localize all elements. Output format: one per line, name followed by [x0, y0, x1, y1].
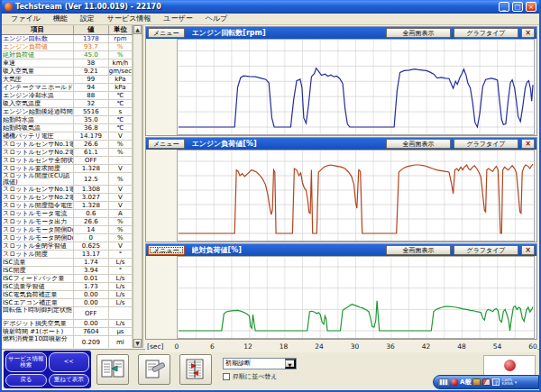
ime-tool-icon[interactable]	[451, 378, 458, 386]
table-row[interactable]: エンジン負荷値93.7%	[2, 43, 133, 51]
table-row[interactable]: 始動時水温35.0℃	[2, 116, 133, 124]
table-row[interactable]: スロットルモータ開側Duty比14%	[2, 226, 133, 234]
menu-service-info[interactable]: サービス情報	[101, 14, 158, 24]
graph-type-button[interactable]: グラフタイプ	[454, 28, 518, 38]
cell-unit: ℃	[109, 92, 133, 99]
service-info-search-button[interactable]: サービス情報検索	[5, 352, 47, 372]
table-row[interactable]: 始動時吸気温36.8℃	[2, 124, 133, 132]
record-edit-icon[interactable]	[138, 354, 170, 385]
ime-mode-label[interactable]: A般	[460, 378, 471, 387]
x-tick-label: 60	[528, 342, 537, 351]
scroll-down-icon[interactable]: ▼	[133, 339, 142, 348]
keyboard-icon[interactable]	[438, 378, 449, 386]
cell-value: 1.74	[74, 259, 109, 266]
sort-ascending-label: 昇順に並べ替え	[233, 372, 278, 381]
graph-type-button[interactable]: グラフタイプ	[454, 139, 518, 149]
cell-label: 補機バッテリ電圧	[2, 132, 74, 140]
x-tick-label: 12	[243, 342, 252, 351]
table-row[interactable]: スロットルセンサNo.2電圧3.027V	[2, 194, 133, 202]
chart-close-icon[interactable]: ×	[521, 28, 535, 38]
fullscreen-button[interactable]: 全画面表示	[386, 245, 451, 255]
table-row[interactable]: ISC流量学習値1.73L/s	[2, 283, 133, 291]
table-row[interactable]: ISCエアコン補正量0.00L/s	[2, 299, 133, 307]
table-row[interactable]: スロットル要求開度1.328V	[2, 165, 133, 173]
chart-close-icon[interactable]: ×	[521, 139, 535, 149]
menu-function[interactable]: 機能	[47, 14, 74, 24]
fullscreen-button[interactable]: 全画面表示	[386, 28, 451, 38]
cell-label: エンジン冷却水温	[2, 92, 74, 99]
table-row[interactable]: スロットル開度指令電圧1.328V	[2, 202, 133, 210]
maximize-button[interactable]: □	[512, 2, 523, 12]
overlay-display-button[interactable]: 重ねて表示	[49, 374, 90, 387]
menu-file[interactable]: ファイル	[5, 14, 47, 24]
compare-lists-icon[interactable]	[96, 354, 129, 385]
close-button[interactable]: ×	[526, 2, 536, 12]
table-row[interactable]: インテークマニホールド圧94kPa	[2, 84, 133, 92]
table-row[interactable]: スロットルセンサNo.1電圧1.308V	[2, 186, 133, 194]
table-row[interactable]: エンジン冷却水温88℃	[2, 92, 133, 100]
table-row[interactable]: 燃料消費量10回噴射分0.209ml	[2, 336, 133, 348]
table-row[interactable]: エンジン回転数1378rpm	[2, 35, 133, 43]
table-row[interactable]: 吸入空気量9.21gm/sec	[2, 68, 133, 76]
cell-unit: kPa	[109, 76, 133, 83]
table-row[interactable]: スロットルモータ閉側Duty比0%	[2, 234, 133, 242]
table-row[interactable]: 大気圧99kPa	[2, 76, 133, 84]
minimize-button[interactable]: _	[499, 2, 509, 12]
dropdown-arrow-icon[interactable]: ▼	[285, 359, 296, 369]
chart-menu-button[interactable]: メニュー	[148, 28, 185, 38]
cell-label: エンジン負荷値	[2, 43, 74, 50]
table-row[interactable]: 絶対負荷値45.0%	[2, 51, 133, 59]
chart-close-icon[interactable]: ×	[521, 245, 535, 255]
cell-label: ISC流量	[2, 259, 74, 266]
cell-label: ISC開度	[2, 267, 74, 274]
back-double-button[interactable]: <<	[49, 352, 90, 372]
ime-minimize-icon[interactable]: ▾	[515, 379, 518, 385]
table-row[interactable]: デポジット損失空気量0.00L/s	[2, 320, 133, 328]
table-scrollbar[interactable]: ▲ ▼	[133, 25, 142, 348]
chart-menu-button[interactable]: メニュー	[148, 139, 185, 149]
ime-brush-icon[interactable]	[482, 378, 491, 386]
diagnosis-mode-dropdown[interactable]: 初期診断 ▼	[223, 358, 297, 369]
fullscreen-button[interactable]: 全画面表示	[386, 139, 451, 149]
table-row[interactable]: 回転低下時制御判定状態OFF	[2, 307, 133, 320]
table-row[interactable]: スロットルモータ電流0.6A	[2, 210, 133, 218]
cell-unit: kPa	[109, 84, 133, 91]
ime-help-icon[interactable]: ?	[492, 378, 500, 386]
table-row[interactable]: スロットルセンサNo.2電圧比61.1%	[2, 149, 133, 157]
graph-type-button[interactable]: グラフタイプ	[454, 245, 518, 255]
table-row[interactable]: 補機バッテリ電圧14.179V	[2, 132, 133, 141]
cell-label: スロットル要求開度	[2, 165, 74, 172]
table-row[interactable]: スロットル全閉学習値0.625V	[2, 242, 133, 251]
chart-menu-button[interactable]: メニュー	[148, 245, 185, 255]
chart-plot-absolute-load: 050100150	[146, 256, 536, 339]
table-row[interactable]: スロットル開度13.17°	[2, 251, 133, 259]
table-row[interactable]: スロットルセンサNo.1電圧比26.6%	[2, 141, 133, 149]
navigation-panel: サービス情報検索 << 戻る 重ねて表示	[4, 351, 91, 388]
table-row[interactable]: スロットルモータ出力26.6%	[2, 218, 133, 226]
ime-caps-kana[interactable]: CAPS KANA	[501, 378, 512, 387]
scrollbar-track[interactable]	[133, 34, 142, 339]
table-row[interactable]: エンジン始動後経過時間5516s	[2, 108, 133, 116]
return-button[interactable]: 戻る	[5, 374, 47, 387]
menu-user[interactable]: ユーザー	[157, 14, 198, 24]
table-row[interactable]: ISC流量1.74L/s	[2, 259, 133, 267]
menu-settings[interactable]: 設定	[74, 14, 101, 24]
cell-value: 1.73	[74, 283, 109, 290]
cell-unit: °	[109, 267, 133, 274]
cell-label: 車速	[2, 59, 74, 67]
table-row[interactable]: ISC電気負荷補正量0.00L/s	[2, 291, 133, 299]
scroll-up-icon[interactable]: ▲	[133, 25, 142, 34]
table-row[interactable]: スロットルセンサ全開状態OFF	[2, 157, 133, 165]
ime-pad-icon[interactable]	[472, 378, 481, 386]
table-row[interactable]: 噴射時間 #1(ポート)7604μs	[2, 328, 133, 336]
table-row[interactable]: ISCフィードバック量0.01L/s	[2, 275, 133, 283]
table-row[interactable]: 吸入空気温度32℃	[2, 100, 133, 108]
table-row[interactable]: ISC開度3.94°	[2, 267, 133, 275]
cell-value: 99	[74, 76, 109, 83]
chart-title: エンジン負荷値[%]	[192, 139, 384, 149]
sort-ascending-checkbox[interactable]	[223, 373, 230, 380]
table-row[interactable]: 車速38km/h	[2, 59, 133, 68]
table-row[interactable]: スロットル開度(ECU認識値)12.5%	[2, 173, 133, 186]
sort-order-icon[interactable]	[179, 354, 212, 385]
menu-help[interactable]: ヘルプ	[199, 14, 234, 24]
